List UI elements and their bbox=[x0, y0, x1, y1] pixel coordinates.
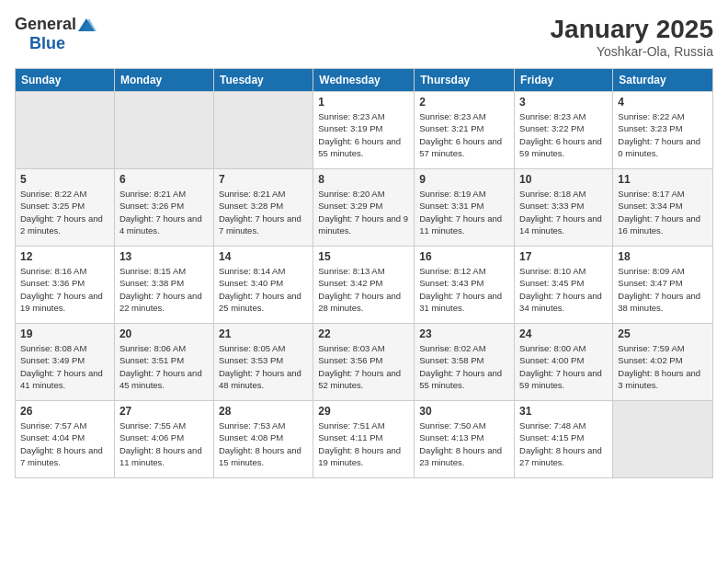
title-block: January 2025 Yoshkar-Ola, Russia bbox=[551, 15, 713, 59]
day-info: Sunrise: 7:57 AMSunset: 4:04 PMDaylight:… bbox=[20, 419, 109, 468]
day-number: 8 bbox=[318, 173, 409, 186]
day-number: 3 bbox=[519, 96, 608, 109]
day-number: 20 bbox=[119, 327, 209, 340]
calendar-cell: 3Sunrise: 8:23 AMSunset: 3:22 PMDaylight… bbox=[515, 92, 613, 169]
calendar-cell: 8Sunrise: 8:20 AMSunset: 3:29 PMDaylight… bbox=[313, 169, 415, 247]
header: General Blue January 2025 Yoshkar-Ola, R… bbox=[15, 15, 713, 59]
day-info: Sunrise: 7:53 AMSunset: 4:08 PMDaylight:… bbox=[219, 419, 308, 468]
calendar-title: January 2025 bbox=[551, 15, 713, 44]
page: General Blue January 2025 Yoshkar-Ola, R… bbox=[0, 0, 728, 563]
calendar-cell: 11Sunrise: 8:17 AMSunset: 3:34 PMDayligh… bbox=[613, 169, 713, 247]
day-number: 27 bbox=[119, 405, 209, 418]
calendar-table: Sunday Monday Tuesday Wednesday Thursday… bbox=[15, 68, 713, 478]
day-info: Sunrise: 8:05 AMSunset: 3:53 PMDaylight:… bbox=[219, 342, 308, 391]
day-number: 17 bbox=[519, 250, 608, 263]
logo: General Blue bbox=[15, 15, 97, 53]
calendar-cell: 5Sunrise: 8:22 AMSunset: 3:25 PMDaylight… bbox=[16, 169, 115, 247]
header-wednesday: Wednesday bbox=[313, 69, 415, 92]
day-number: 22 bbox=[318, 327, 409, 340]
calendar-cell bbox=[16, 92, 115, 169]
day-info: Sunrise: 8:22 AMSunset: 3:25 PMDaylight:… bbox=[20, 188, 109, 236]
day-number: 6 bbox=[119, 173, 209, 186]
calendar-cell: 27Sunrise: 7:55 AMSunset: 4:06 PMDayligh… bbox=[114, 401, 213, 478]
day-number: 16 bbox=[419, 250, 509, 263]
calendar-cell: 31Sunrise: 7:48 AMSunset: 4:15 PMDayligh… bbox=[515, 401, 613, 478]
calendar-cell: 14Sunrise: 8:14 AMSunset: 3:40 PMDayligh… bbox=[213, 247, 313, 324]
day-info: Sunrise: 7:51 AMSunset: 4:11 PMDaylight:… bbox=[318, 419, 409, 468]
day-number: 11 bbox=[618, 173, 708, 186]
day-info: Sunrise: 8:14 AMSunset: 3:40 PMDaylight:… bbox=[219, 265, 308, 314]
day-info: Sunrise: 8:16 AMSunset: 3:36 PMDaylight:… bbox=[20, 265, 109, 314]
day-info: Sunrise: 8:18 AMSunset: 3:33 PMDaylight:… bbox=[519, 188, 608, 236]
calendar-cell: 9Sunrise: 8:19 AMSunset: 3:31 PMDaylight… bbox=[415, 169, 515, 247]
day-number: 2 bbox=[419, 96, 509, 109]
calendar-cell: 12Sunrise: 8:16 AMSunset: 3:36 PMDayligh… bbox=[16, 247, 115, 324]
day-info: Sunrise: 8:19 AMSunset: 3:31 PMDaylight:… bbox=[419, 188, 509, 236]
day-info: Sunrise: 8:23 AMSunset: 3:19 PMDaylight:… bbox=[318, 110, 409, 159]
calendar-cell: 23Sunrise: 8:02 AMSunset: 3:58 PMDayligh… bbox=[415, 324, 515, 401]
header-friday: Friday bbox=[515, 69, 613, 92]
calendar-cell bbox=[613, 401, 713, 478]
day-number: 14 bbox=[219, 250, 308, 263]
day-number: 30 bbox=[419, 405, 509, 418]
day-number: 18 bbox=[618, 250, 708, 263]
day-info: Sunrise: 7:48 AMSunset: 4:15 PMDaylight:… bbox=[519, 419, 608, 468]
calendar-cell: 13Sunrise: 8:15 AMSunset: 3:38 PMDayligh… bbox=[114, 247, 213, 324]
day-number: 5 bbox=[20, 173, 109, 186]
day-info: Sunrise: 8:21 AMSunset: 3:28 PMDaylight:… bbox=[219, 188, 308, 236]
day-info: Sunrise: 8:21 AMSunset: 3:26 PMDaylight:… bbox=[119, 188, 209, 236]
day-info: Sunrise: 8:02 AMSunset: 3:58 PMDaylight:… bbox=[419, 342, 509, 391]
day-info: Sunrise: 8:06 AMSunset: 3:51 PMDaylight:… bbox=[119, 342, 209, 391]
calendar-cell: 2Sunrise: 8:23 AMSunset: 3:21 PMDaylight… bbox=[415, 92, 515, 169]
day-number: 31 bbox=[519, 405, 608, 418]
calendar-week-1: 1Sunrise: 8:23 AMSunset: 3:19 PMDaylight… bbox=[16, 92, 713, 169]
day-number: 10 bbox=[519, 173, 608, 186]
day-info: Sunrise: 7:50 AMSunset: 4:13 PMDaylight:… bbox=[419, 419, 509, 468]
day-info: Sunrise: 7:59 AMSunset: 4:02 PMDaylight:… bbox=[618, 342, 708, 391]
day-info: Sunrise: 8:20 AMSunset: 3:29 PMDaylight:… bbox=[318, 188, 409, 236]
day-info: Sunrise: 8:13 AMSunset: 3:42 PMDaylight:… bbox=[318, 265, 409, 314]
logo-icon bbox=[76, 17, 97, 33]
header-thursday: Thursday bbox=[415, 69, 515, 92]
calendar-cell: 25Sunrise: 7:59 AMSunset: 4:02 PMDayligh… bbox=[613, 324, 713, 401]
calendar-cell: 6Sunrise: 8:21 AMSunset: 3:26 PMDaylight… bbox=[114, 169, 213, 247]
calendar-cell: 30Sunrise: 7:50 AMSunset: 4:13 PMDayligh… bbox=[415, 401, 515, 478]
day-number: 24 bbox=[519, 327, 608, 340]
day-number: 1 bbox=[318, 96, 409, 109]
calendar-cell: 16Sunrise: 8:12 AMSunset: 3:43 PMDayligh… bbox=[415, 247, 515, 324]
day-info: Sunrise: 8:12 AMSunset: 3:43 PMDaylight:… bbox=[419, 265, 509, 314]
day-info: Sunrise: 8:09 AMSunset: 3:47 PMDaylight:… bbox=[618, 265, 708, 314]
day-number: 28 bbox=[219, 405, 308, 418]
day-number: 19 bbox=[20, 327, 109, 340]
calendar-cell: 15Sunrise: 8:13 AMSunset: 3:42 PMDayligh… bbox=[313, 247, 415, 324]
calendar-cell: 29Sunrise: 7:51 AMSunset: 4:11 PMDayligh… bbox=[313, 401, 415, 478]
day-info: Sunrise: 8:15 AMSunset: 3:38 PMDaylight:… bbox=[119, 265, 209, 314]
header-tuesday: Tuesday bbox=[213, 69, 313, 92]
calendar-week-3: 12Sunrise: 8:16 AMSunset: 3:36 PMDayligh… bbox=[16, 247, 713, 324]
calendar-cell: 4Sunrise: 8:22 AMSunset: 3:23 PMDaylight… bbox=[613, 92, 713, 169]
calendar-cell: 24Sunrise: 8:00 AMSunset: 4:00 PMDayligh… bbox=[515, 324, 613, 401]
calendar-cell: 7Sunrise: 8:21 AMSunset: 3:28 PMDaylight… bbox=[213, 169, 313, 247]
day-info: Sunrise: 8:23 AMSunset: 3:22 PMDaylight:… bbox=[519, 110, 608, 159]
header-sunday: Sunday bbox=[16, 69, 115, 92]
header-monday: Monday bbox=[114, 69, 213, 92]
calendar-cell bbox=[213, 92, 313, 169]
day-number: 29 bbox=[318, 405, 409, 418]
calendar-week-2: 5Sunrise: 8:22 AMSunset: 3:25 PMDaylight… bbox=[16, 169, 713, 247]
day-number: 15 bbox=[318, 250, 409, 263]
header-saturday: Saturday bbox=[613, 69, 713, 92]
day-number: 12 bbox=[20, 250, 109, 263]
day-info: Sunrise: 8:17 AMSunset: 3:34 PMDaylight:… bbox=[618, 188, 708, 236]
calendar-cell: 10Sunrise: 8:18 AMSunset: 3:33 PMDayligh… bbox=[515, 169, 613, 247]
day-number: 13 bbox=[119, 250, 209, 263]
day-info: Sunrise: 8:08 AMSunset: 3:49 PMDaylight:… bbox=[20, 342, 109, 391]
day-info: Sunrise: 8:03 AMSunset: 3:56 PMDaylight:… bbox=[318, 342, 409, 391]
day-info: Sunrise: 8:22 AMSunset: 3:23 PMDaylight:… bbox=[618, 110, 708, 159]
day-number: 23 bbox=[419, 327, 509, 340]
day-number: 4 bbox=[618, 96, 708, 109]
calendar-subtitle: Yoshkar-Ola, Russia bbox=[551, 44, 713, 59]
calendar-cell: 18Sunrise: 8:09 AMSunset: 3:47 PMDayligh… bbox=[613, 247, 713, 324]
day-number: 25 bbox=[618, 327, 708, 340]
logo-blue: Blue bbox=[29, 34, 65, 53]
calendar-cell: 26Sunrise: 7:57 AMSunset: 4:04 PMDayligh… bbox=[16, 401, 115, 478]
